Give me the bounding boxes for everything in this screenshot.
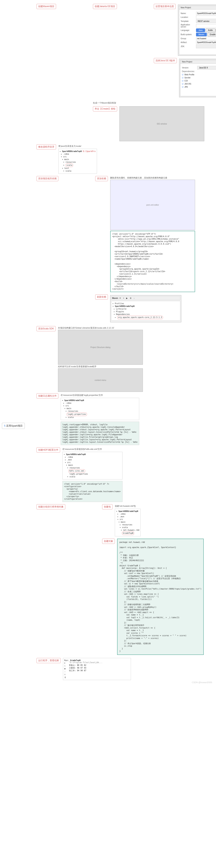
- template-select[interactable]: REST service: [196, 20, 216, 23]
- group-input[interactable]: [196, 37, 216, 40]
- run-panel: Run: GradeTopN ▶↻■↓⊡🗑 "D:\Program Files\…: [63, 658, 131, 680]
- node-add-deps: 添加项目相关依赖: [36, 176, 58, 181]
- node-log4j: 创建日志属性文件: [36, 393, 58, 399]
- refresh-icon[interactable]: ⟳: [119, 297, 121, 299]
- node-basic-info: 设置项目基本信息: [154, 4, 176, 9]
- ide-screenshot: IDE window: [119, 106, 204, 141]
- log4j-code: log4j.rootLogger=ERROR, stdout, logfile …: [61, 422, 139, 445]
- node-singleton: 创建分组排行榜单例对象: [36, 504, 65, 509]
- node-refresh-deps: 刷新依赖: [95, 294, 108, 300]
- jdk-select[interactable]: [196, 44, 216, 48]
- lang-kotlin[interactable]: Kotlin: [206, 28, 215, 32]
- tree-hdfs: ▾ SparkRDDGradeTopN ▸ .idea ▸ .mvn ▾ src…: [62, 452, 122, 479]
- location-input[interactable]: [196, 16, 216, 19]
- tree-log4j: ▾ SparkRDDGradeTopN ▸ .idea ▾ src ▾ main…: [61, 398, 139, 420]
- node-create-maven: 创建Maven项目: [36, 4, 56, 9]
- tree-pkg: ▾ SparkRDDGradeTopN ▸ .idea ▸ .mvn ▾ src…: [115, 509, 141, 536]
- node-rename-src: 修改源程序目录: [36, 144, 56, 150]
- node-add-dep-sub: 添加依赖: [95, 176, 108, 181]
- appserver-input[interactable]: [196, 24, 216, 28]
- project-tree: ▸ SparkRDDGradeTopN D:\SparkPro ▸ .idea …: [58, 149, 97, 174]
- node-javaee8: 选择Java EE 8版本: [154, 58, 177, 63]
- node-create-obj: 创建对象: [102, 539, 115, 544]
- run-controls[interactable]: ▶↻■↓⊡🗑: [64, 661, 69, 679]
- lang-java[interactable]: Java: [196, 28, 205, 32]
- node-create-pkg: 创建包: [102, 504, 112, 509]
- root-node: 5采用Spark项目: [2, 423, 25, 429]
- global-libs: Project Structure dialog: [58, 330, 143, 365]
- hdfs-xml: <?xml version="1.0" encoding="utf-8" ?> …: [62, 481, 122, 502]
- watermark: CSDN @howard2005: [192, 681, 212, 684]
- deps-dialog: New Project Version:Java EE 8 Dependenci…: [179, 59, 216, 97]
- node-click-create: 单击【Create】按钮: [93, 106, 117, 112]
- node-jakarta: 创建Jakarta EE项目: [93, 4, 117, 9]
- deps-list[interactable]: Web ProfileServletCDIJAX-RSJPA: [182, 73, 216, 89]
- node-hdfs: 创建HDFS配置文件: [36, 447, 60, 453]
- name-input[interactable]: [196, 12, 216, 15]
- new-scala-menu: context menu: [58, 368, 143, 392]
- node-scala-sdk: 添加Scala SDK: [36, 326, 56, 331]
- scala-code: package net.huawei.rdd import org.apache…: [117, 539, 204, 655]
- maven-panel: Maven ⟳ + ▶ ⚙ ↓ ▸ Profiles ▾ SparkRDDGra…: [110, 295, 181, 322]
- version-select[interactable]: Java EE 8: [197, 66, 216, 69]
- pom-code: <?xml version="1.0" encoding="UTF-8"?><p…: [110, 231, 195, 292]
- new-project-dialog: New Project Name: Location: Template:RES…: [178, 5, 216, 56]
- dialog-title: New Project: [179, 6, 216, 10]
- desc-maven-frame: 生成一个Maven项目框架: [93, 101, 116, 105]
- node-run: 运行程序，查看结果: [36, 658, 61, 663]
- artifact-input[interactable]: [196, 41, 216, 44]
- build-maven[interactable]: Maven: [196, 33, 207, 36]
- build-gradle[interactable]: Gradle: [207, 33, 216, 36]
- pom-before: pom.xml editor: [110, 180, 195, 230]
